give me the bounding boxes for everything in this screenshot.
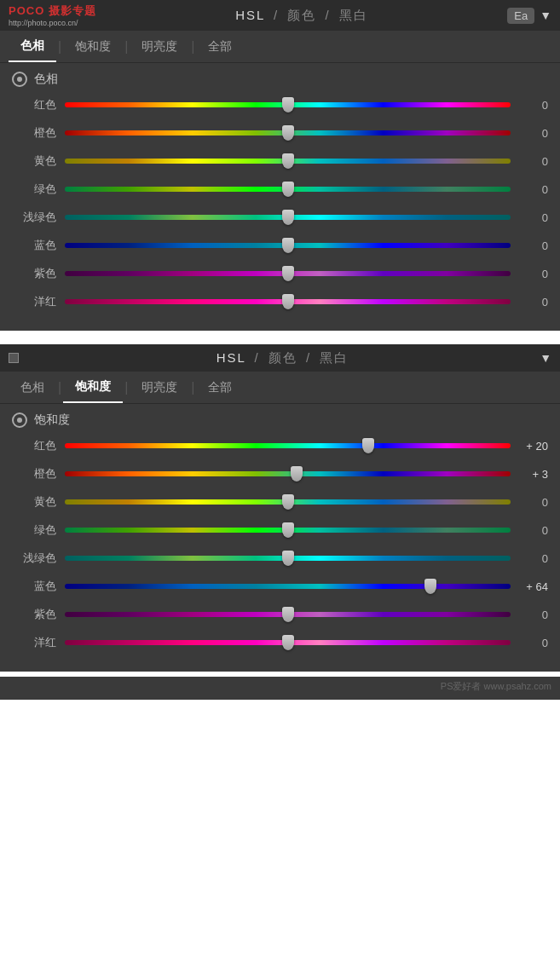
slider-label-cyan-1: 浅绿色 — [12, 210, 56, 225]
slider-value-yellow-1: 0 — [517, 155, 548, 168]
slider-track-yellow-2 — [65, 499, 511, 505]
panel2-tab2-label: 颜色 — [268, 350, 297, 365]
poco-logo-title: POCO 摄影专题 — [9, 3, 96, 19]
slider-track-yellow-1 — [65, 159, 511, 164]
slider-track-wrap-red-1[interactable] — [65, 100, 511, 110]
slider-row-green-1: 绿色 0 — [12, 178, 548, 200]
slider-thumb-red-2[interactable] — [362, 438, 374, 453]
slider-thumb-magenta-2[interactable] — [282, 635, 294, 650]
slider-value-purple-2: 0 — [517, 609, 548, 621]
slider-thumb-red-1[interactable] — [282, 97, 294, 112]
slider-value-orange-2: + 3 — [517, 468, 548, 481]
tab-all-1[interactable]: 全部 — [196, 31, 244, 62]
tab-saturation-2[interactable]: 饱和度 — [63, 372, 123, 403]
slider-value-blue-1: 0 — [517, 239, 548, 252]
panel-gap — [0, 336, 560, 344]
slider-row-yellow-2: 黄色 0 — [12, 491, 548, 513]
slider-value-yellow-2: 0 — [517, 496, 548, 509]
slider-thumb-yellow-2[interactable] — [282, 494, 294, 510]
slider-thumb-blue-2[interactable] — [424, 579, 436, 594]
slider-thumb-blue-1[interactable] — [282, 238, 294, 253]
panel1-tab3-label: 黑白 — [339, 8, 368, 22]
slider-track-wrap-magenta-1[interactable] — [65, 297, 511, 307]
slider-thumb-cyan-2[interactable] — [282, 551, 294, 566]
slider-track-wrap-orange-2[interactable] — [65, 469, 511, 479]
slider-track-magenta-2 — [65, 640, 511, 645]
ea-badge: Ea — [507, 8, 534, 24]
slider-row-cyan-1: 浅绿色 0 — [12, 206, 548, 228]
section-header-2: 饱和度 — [12, 412, 548, 428]
slider-track-wrap-cyan-2[interactable] — [65, 553, 511, 563]
poco-logo-url: http://photo.poco.cn/ — [9, 19, 96, 27]
slider-thumb-cyan-1[interactable] — [282, 210, 294, 225]
tab-row-2: 色相 | 饱和度 | 明亮度 | 全部 — [0, 372, 560, 404]
slider-track-wrap-green-1[interactable] — [65, 184, 511, 194]
tab-hue-2[interactable]: 色相 — [9, 372, 56, 403]
target-icon-2[interactable] — [12, 412, 27, 428]
slider-track-wrap-orange-1[interactable] — [65, 128, 511, 138]
tab-saturation-1[interactable]: 饱和度 — [63, 31, 123, 62]
slider-label-green-2: 绿色 — [12, 522, 56, 538]
section-header-1: 色相 — [12, 72, 548, 87]
panel2-dropdown[interactable]: ▼ — [540, 350, 551, 366]
slider-row-orange-1: 橙色 0 — [12, 122, 548, 144]
slider-track-green-2 — [65, 528, 511, 533]
dropdown-arrow-2-icon: ▼ — [540, 351, 551, 365]
panel-header-1: POCO 摄影专题 http://photo.poco.cn/ HSL / 颜色… — [0, 0, 560, 31]
slider-thumb-orange-1[interactable] — [282, 125, 294, 141]
slider-label-blue-2: 蓝色 — [12, 579, 56, 594]
slider-row-orange-2: 橙色 + 3 — [12, 463, 548, 485]
header2-left — [9, 353, 26, 363]
slider-track-wrap-magenta-2[interactable] — [65, 637, 511, 648]
footer: PS爱好者 www.psahz.com — [0, 677, 560, 700]
slider-thumb-green-1[interactable] — [282, 182, 294, 197]
panel-header-2: HSL / 颜色 / 黑白 ▼ — [0, 344, 560, 372]
slider-thumb-green-2[interactable] — [282, 522, 294, 538]
header-left: POCO 摄影专题 http://photo.poco.cn/ — [9, 3, 96, 27]
target-icon-1[interactable] — [12, 72, 27, 87]
slider-track-wrap-blue-1[interactable] — [65, 240, 511, 251]
slider-value-magenta-2: 0 — [517, 637, 548, 649]
slider-row-blue-1: 蓝色 0 — [12, 234, 548, 257]
section-title-1: 色相 — [34, 72, 58, 87]
slider-thumb-magenta-1[interactable] — [282, 294, 294, 309]
panel2-hsl-label: HSL — [216, 350, 246, 365]
slider-track-cyan-2 — [65, 556, 511, 561]
slider-track-wrap-yellow-1[interactable] — [65, 156, 511, 166]
slider-value-orange-1: 0 — [517, 127, 548, 140]
slider-thumb-purple-2[interactable] — [282, 607, 294, 622]
slider-value-green-2: 0 — [517, 524, 548, 537]
slider-track-wrap-red-2[interactable] — [65, 441, 511, 451]
target-icon-inner-1 — [17, 77, 22, 82]
slider-thumb-purple-1[interactable] — [282, 266, 294, 281]
slider-label-cyan-2: 浅绿色 — [12, 551, 56, 566]
slider-track-wrap-purple-2[interactable] — [65, 609, 511, 620]
slider-thumb-orange-2[interactable] — [291, 466, 303, 482]
slider-row-green-2: 绿色 0 — [12, 519, 548, 541]
slider-thumb-yellow-1[interactable] — [282, 153, 294, 169]
slider-track-wrap-yellow-2[interactable] — [65, 497, 511, 507]
slider-track-cyan-1 — [65, 215, 511, 220]
slider-label-purple-1: 紫色 — [12, 266, 56, 281]
tab-brightness-1[interactable]: 明亮度 — [130, 31, 189, 62]
poco-logo: POCO 摄影专题 http://photo.poco.cn/ — [9, 3, 96, 27]
slider-track-wrap-green-2[interactable] — [65, 525, 511, 535]
panel2-sep2: / — [306, 350, 311, 365]
slider-value-purple-1: 0 — [517, 268, 548, 280]
slider-value-magenta-1: 0 — [517, 296, 548, 309]
slider-track-red-2 — [65, 443, 511, 448]
slider-track-wrap-cyan-1[interactable] — [65, 212, 511, 222]
slider-row-red-2: 红色 + 20 — [12, 435, 548, 457]
slider-track-wrap-purple-1[interactable] — [65, 268, 511, 279]
tab-all-2[interactable]: 全部 — [196, 372, 244, 403]
slider-row-magenta-2: 洋红 0 — [12, 632, 548, 654]
tab-hue-1[interactable]: 色相 — [9, 31, 56, 62]
dropdown-arrow-icon[interactable]: ▼ — [540, 9, 551, 22]
tab-brightness-2[interactable]: 明亮度 — [130, 372, 189, 403]
slider-label-orange-1: 橙色 — [12, 125, 56, 141]
panel2-sep1: / — [255, 350, 260, 365]
slider-label-magenta-1: 洋红 — [12, 294, 56, 309]
slider-label-purple-2: 紫色 — [12, 607, 56, 622]
slider-track-wrap-blue-2[interactable] — [65, 581, 511, 591]
slider-track-magenta-1 — [65, 299, 511, 304]
